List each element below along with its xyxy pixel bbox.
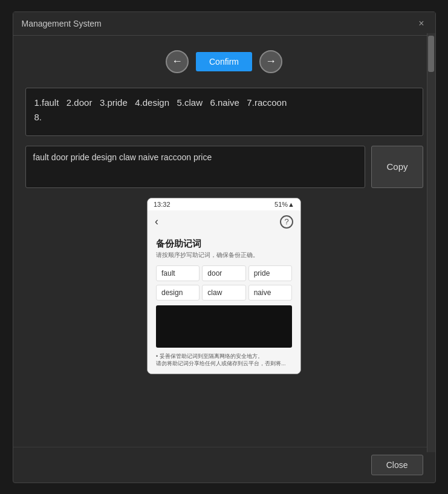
scrollbar[interactable] <box>427 33 435 452</box>
phone-word-1: fault <box>156 265 200 281</box>
phone-word-6: naive <box>248 285 292 301</box>
mnemonic-numbered-display: 1.fault 2.door 3.pride 4.design 5.claw 6… <box>25 88 423 136</box>
dialog-footer: Close <box>13 447 435 483</box>
phone-black-box <box>156 305 292 348</box>
phone-content: 备份助记词 请按顺序抄写助记词，确保备份正确。 fault door pride… <box>148 233 300 374</box>
phone-mockup: 13:32 51%▲ ‹ ? 备份助记词 请按顺序抄写助记词，确保备份正确。 f… <box>147 198 301 374</box>
dialog-title: Management System <box>22 19 102 28</box>
forward-icon: → <box>265 55 276 68</box>
phone-signal: 51%▲ <box>274 201 294 208</box>
phone-word-3: pride <box>248 265 292 281</box>
phone-statusbar: 13:32 51%▲ <box>148 198 300 210</box>
dialog-close-button[interactable]: × <box>416 18 426 29</box>
scrollbar-thumb[interactable] <box>428 36 434 72</box>
mnemonic-numbered-text: 1.fault 2.door 3.pride 4.design 5.claw 6… <box>34 97 287 122</box>
forward-button[interactable]: → <box>259 50 282 73</box>
mnemonic-plain-text: fault door pride design claw naive racco… <box>33 152 358 162</box>
copy-button[interactable]: Copy <box>371 146 423 188</box>
back-icon: ← <box>172 55 183 68</box>
phone-time: 13:32 <box>154 201 170 208</box>
nav-row: ← Confirm → <box>25 48 423 78</box>
phone-footer-line1: • 妥善保管助记词到至隔离网络的安全地方。 <box>156 353 263 359</box>
phone-header: ‹ ? <box>148 210 300 233</box>
dialog-body: ← Confirm → 1.fault 2.door 3.pride 4.des… <box>13 36 435 447</box>
phone-back-arrow[interactable]: ‹ <box>155 215 158 228</box>
phone-word-2: door <box>202 265 245 281</box>
phone-words-grid: fault door pride design claw naive <box>156 265 292 301</box>
mnemonic-plain-area: fault door pride design claw naive racco… <box>25 146 366 188</box>
phone-help-icon[interactable]: ? <box>280 215 293 229</box>
phone-word-4: design <box>156 285 200 301</box>
close-button[interactable]: Close <box>371 455 423 475</box>
phone-page-title: 备份助记词 <box>156 238 292 250</box>
dialog-titlebar: Management System × <box>13 12 435 36</box>
management-dialog: Management System × ← Confirm → 1.fault … <box>13 11 436 483</box>
phone-footer-line2: 请勿将助记词分享给任何人或储存到云平台，否则将... <box>156 360 286 366</box>
phone-word-5: claw <box>202 285 245 301</box>
phone-footer-text: • 妥善保管助记词到至隔离网络的安全地方。 请勿将助记词分享给任何人或储存到云平… <box>156 353 292 368</box>
back-button[interactable]: ← <box>166 50 189 73</box>
phone-page-subtitle: 请按顺序抄写助记词，确保备份正确。 <box>156 251 292 259</box>
copy-row: fault door pride design claw naive racco… <box>25 146 423 188</box>
confirm-button[interactable]: Confirm <box>196 52 252 71</box>
